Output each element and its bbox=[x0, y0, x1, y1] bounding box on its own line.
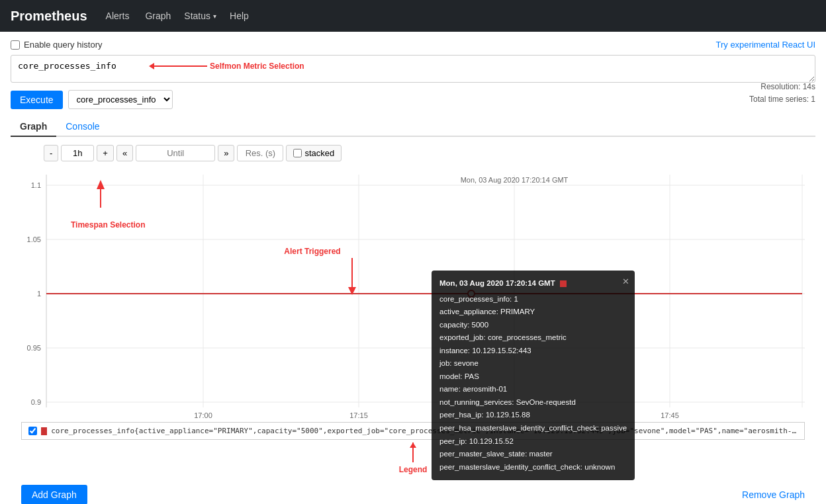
legend-text: core_processes_info{active_appliance="PR… bbox=[51, 427, 798, 435]
legend-checkbox[interactable] bbox=[28, 427, 37, 435]
x-label-1700: 17:00 bbox=[194, 411, 212, 419]
enable-history-label: Enable query history bbox=[24, 40, 103, 50]
tooltip-line-2: active_appliance: PRIMARY bbox=[439, 306, 627, 319]
navbar-item-alerts[interactable]: Alerts bbox=[103, 8, 132, 24]
until-input[interactable] bbox=[136, 145, 215, 161]
duration-input[interactable] bbox=[61, 145, 94, 161]
y-label-1: 1 bbox=[37, 290, 41, 298]
enable-history-checkbox[interactable] bbox=[11, 40, 20, 50]
enable-history-row: Enable query history bbox=[11, 40, 103, 50]
tooltip-line-14: peer_masterslave_identity_conflict_check… bbox=[439, 461, 627, 474]
tooltip-line-13: peer_master_slave_state: master bbox=[439, 448, 627, 461]
stacked-button[interactable]: stacked bbox=[286, 145, 342, 161]
tooltip-line-4: exported_job: core_processes_metric bbox=[439, 331, 627, 345]
duration-minus-button[interactable]: - bbox=[44, 145, 58, 161]
alert-annotation-label: Alert Triggered bbox=[284, 247, 340, 256]
tab-console[interactable]: Console bbox=[56, 117, 109, 137]
graph-svg: 1.1 1.05 1 0.95 0.9 Mon, 03 Aug 2020 17:… bbox=[21, 168, 805, 419]
query-input[interactable]: core_processes_info bbox=[11, 55, 815, 83]
y-label-1.1: 1.1 bbox=[31, 181, 41, 189]
timespan-annotation-label: Timespan Selection bbox=[71, 220, 145, 230]
tooltip-close-icon[interactable]: ✕ bbox=[622, 274, 629, 289]
tooltip-line-6: job: sevone bbox=[439, 357, 627, 370]
tooltip-color-indicator bbox=[560, 280, 567, 287]
bottom-row: Add Graph Remove Graph bbox=[11, 478, 815, 504]
status-dropdown-icon: ▾ bbox=[213, 13, 216, 20]
legend-arrow-up bbox=[412, 442, 414, 462]
query-row: core_processes_info Selfmon Metric Selec… bbox=[11, 55, 815, 85]
execute-button[interactable]: Execute bbox=[11, 91, 63, 109]
rewind-button[interactable]: « bbox=[116, 145, 133, 161]
navbar-item-graph[interactable]: Graph bbox=[142, 8, 173, 24]
x-label-1745: 17:45 bbox=[661, 411, 679, 419]
navbar-item-help[interactable]: Help bbox=[227, 8, 252, 24]
navbar: Prometheus Alerts Graph Status ▾ Help bbox=[0, 0, 826, 32]
tooltip-line-7: model: PAS bbox=[439, 370, 627, 384]
tooltip-line-9: not_running_services: SevOne-requestd bbox=[439, 396, 627, 409]
tab-graph[interactable]: Graph bbox=[11, 117, 56, 137]
stacked-label: stacked bbox=[304, 148, 334, 158]
main-content: Enable query history Try experimental Re… bbox=[0, 32, 826, 504]
y-label-1.05: 1.05 bbox=[27, 235, 41, 243]
forward-button[interactable]: » bbox=[218, 145, 234, 161]
legend-annotation-label: Legend bbox=[399, 465, 428, 474]
navbar-brand: Prometheus bbox=[11, 9, 87, 24]
svg-marker-13 bbox=[97, 180, 105, 189]
navbar-item-status[interactable]: Status ▾ bbox=[184, 11, 216, 21]
try-react-link[interactable]: Try experimental React UI bbox=[715, 40, 815, 50]
resolution-input[interactable] bbox=[237, 145, 283, 161]
tooltip-line-12: peer_ip: 10.129.15.52 bbox=[439, 435, 627, 448]
tooltip-line-1: core_processes_info: 1 bbox=[439, 293, 627, 306]
y-label-0.9: 0.9 bbox=[31, 398, 41, 406]
tooltip-line-5: instance: 10.129.15.52:443 bbox=[439, 345, 627, 358]
tooltip-line-10: peer_hsa_ip: 10.129.15.88 bbox=[439, 409, 627, 422]
legend-color-box bbox=[41, 427, 47, 435]
metric-select[interactable]: core_processes_info bbox=[68, 90, 173, 109]
tooltip-box: Mon, 03 Aug 2020 17:20:14 GMT ✕ core_pro… bbox=[432, 271, 635, 480]
graph-controls: - + « » stacked bbox=[44, 145, 815, 161]
remove-graph-button[interactable]: Remove Graph bbox=[742, 489, 805, 500]
tooltip-line-11: peer_hsa_masterslave_identity_conflict_c… bbox=[439, 422, 627, 435]
add-graph-button[interactable]: Add Graph bbox=[21, 485, 87, 504]
tooltip-line-3: capacity: 5000 bbox=[439, 319, 627, 332]
chart-header-time: Mon, 03 Aug 2020 17:20:14 GMT bbox=[461, 176, 569, 184]
stacked-checkbox[interactable] bbox=[293, 149, 302, 157]
tooltip-title: Mon, 03 Aug 2020 17:20:14 GMT bbox=[439, 277, 627, 290]
top-row: Enable query history Try experimental Re… bbox=[11, 40, 815, 50]
execute-row: Execute core_processes_info bbox=[11, 90, 815, 109]
legend-area: core_processes_info{active_appliance="PR… bbox=[21, 422, 805, 440]
tooltip-line-8: name: aerosmith-01 bbox=[439, 383, 627, 396]
y-label-0.95: 0.95 bbox=[27, 344, 41, 352]
x-label-1715: 17:15 bbox=[349, 411, 368, 419]
legend-annotation: Legend bbox=[399, 442, 428, 474]
legend-annotation-container: Legend bbox=[11, 441, 815, 474]
duration-plus-button[interactable]: + bbox=[97, 145, 114, 161]
tabs-row: Graph Console bbox=[11, 117, 815, 137]
graph-area: 1.1 1.05 1 0.95 0.9 Mon, 03 Aug 2020 17:… bbox=[21, 168, 805, 419]
total-series: Total time series: 1 bbox=[749, 93, 815, 106]
